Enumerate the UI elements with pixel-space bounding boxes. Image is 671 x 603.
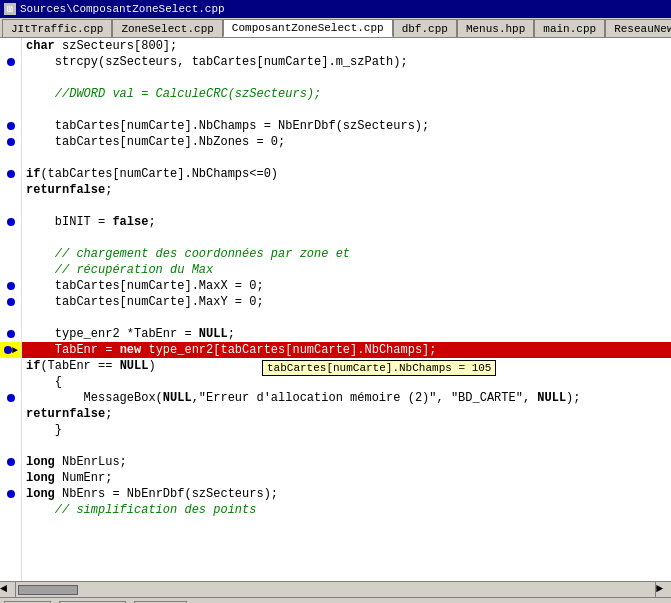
- breakpoint-dot: [7, 138, 15, 146]
- tab-2[interactable]: ComposantZoneSelect.cpp: [223, 19, 393, 37]
- gutter: ►: [0, 38, 22, 581]
- code-line: [22, 198, 671, 214]
- gutter-line: [0, 102, 21, 118]
- code-lines[interactable]: char szSecteurs[800]; strcpy(szSecteurs,…: [22, 38, 671, 581]
- hscroll-right-btn[interactable]: ►: [655, 581, 671, 597]
- code-line: tabCartes[numCarte].MaxY = 0;: [22, 294, 671, 310]
- hscroll-bar[interactable]: [16, 581, 655, 597]
- gutter-line: [0, 326, 21, 342]
- hscroll-thumb[interactable]: [18, 585, 78, 595]
- gutter-line: [0, 198, 21, 214]
- code-line: return false;: [22, 182, 671, 198]
- code-line: tabCartes[numCarte].NbZones = 0;: [22, 134, 671, 150]
- hscroll-left-btn[interactable]: ◄: [0, 581, 16, 597]
- gutter-line: ►: [0, 342, 21, 358]
- tab-4[interactable]: Menus.hpp: [457, 19, 534, 37]
- code-line: {: [22, 374, 671, 390]
- gutter-line: [0, 454, 21, 470]
- code-line: // simplification des points: [22, 502, 671, 518]
- code-line: [22, 438, 671, 454]
- code-line: [22, 150, 671, 166]
- code-line: strcpy(szSecteurs, tabCartes[numCarte].m…: [22, 54, 671, 70]
- breakpoint-dot: [7, 58, 15, 66]
- code-line: TabEnr = new type_enr2[tabCartes[numCart…: [22, 342, 671, 358]
- breakpoint-dot: [7, 218, 15, 226]
- breakpoint-dot: [7, 330, 15, 338]
- code-line: [22, 70, 671, 86]
- status-bar: 126 : 1 Modified Insert \ComposantZoneSe…: [0, 597, 671, 603]
- gutter-line: [0, 278, 21, 294]
- code-line: long NumEnr;: [22, 470, 671, 486]
- code-line: return false;: [22, 406, 671, 422]
- code-line: [22, 310, 671, 326]
- gutter-line: [0, 134, 21, 150]
- code-line: long NbEnrLus;: [22, 454, 671, 470]
- gutter-line: [0, 390, 21, 406]
- breakpoint-dot: [7, 170, 15, 178]
- tab-1[interactable]: ZoneSelect.cpp: [112, 19, 222, 37]
- code-line: }: [22, 422, 671, 438]
- breakpoint-dot: [7, 298, 15, 306]
- gutter-line: [0, 214, 21, 230]
- code-line: // récupération du Max: [22, 262, 671, 278]
- gutter-line: [0, 118, 21, 134]
- tab-5[interactable]: main.cpp: [534, 19, 605, 37]
- breakpoint-dot: [7, 458, 15, 466]
- code-line: bINIT = false;: [22, 214, 671, 230]
- code-line: // chargement des coordonnées par zone e…: [22, 246, 671, 262]
- tab-6[interactable]: ReseauNew.cpp: [605, 19, 671, 37]
- breakpoint-dot-current: [4, 346, 12, 354]
- code-line: type_enr2 *TabEnr = NULL;: [22, 326, 671, 342]
- bottom-bar: ◄ ►: [0, 581, 671, 597]
- code-line: long NbEnrs = NbEnrDbf(szSecteurs);: [22, 486, 671, 502]
- code-area: ► char szSecteurs[800]; strcpy(szSecteur…: [0, 38, 671, 581]
- gutter-line: [0, 246, 21, 262]
- code-line: tabCartes[numCarte].NbChamps = NbEnrDbf(…: [22, 118, 671, 134]
- code-line: MessageBox(NULL,"Erreur d'allocation mém…: [22, 390, 671, 406]
- code-line: //DWORD val = CalculeCRC(szSecteurs);: [22, 86, 671, 102]
- gutter-line: [0, 70, 21, 86]
- code-line: if(tabCartes[numCarte].NbChamps<=0): [22, 166, 671, 182]
- gutter-line: [0, 310, 21, 326]
- breakpoint-dot: [7, 122, 15, 130]
- gutter-line: [0, 358, 21, 374]
- code-line: tabCartes[numCarte].MaxX = 0;: [22, 278, 671, 294]
- gutter-line: [0, 422, 21, 438]
- code-line: [22, 230, 671, 246]
- gutter-line: [0, 182, 21, 198]
- gutter-line: [0, 166, 21, 182]
- tab-0[interactable]: JItTraffic.cpp: [2, 19, 112, 37]
- file-icon: 🗎: [4, 3, 16, 15]
- gutter-line: [0, 54, 21, 70]
- title-bar: 🗎 Sources\ComposantZoneSelect.cpp: [0, 0, 671, 18]
- title-text: Sources\ComposantZoneSelect.cpp: [20, 3, 225, 15]
- gutter-line: [0, 406, 21, 422]
- current-line-arrow: ►: [12, 345, 18, 356]
- gutter-line: [0, 38, 21, 54]
- breakpoint-dot: [7, 490, 15, 498]
- gutter-line: [0, 262, 21, 278]
- gutter-line: [0, 502, 21, 518]
- tab-bar: JItTraffic.cpp ZoneSelect.cpp ComposantZ…: [0, 18, 671, 38]
- gutter-line: [0, 86, 21, 102]
- gutter-line: [0, 150, 21, 166]
- breakpoint-dot: [7, 394, 15, 402]
- gutter-line: [0, 438, 21, 454]
- gutter-line: [0, 294, 21, 310]
- code-line: [22, 102, 671, 118]
- gutter-line: [0, 486, 21, 502]
- gutter-line: [0, 374, 21, 390]
- tab-3[interactable]: dbf.cpp: [393, 19, 457, 37]
- gutter-line: [0, 470, 21, 486]
- breakpoint-dot: [7, 282, 15, 290]
- code-line: char szSecteurs[800];: [22, 38, 671, 54]
- gutter-line: [0, 230, 21, 246]
- variable-tooltip: tabCartes[numCarte].NbChamps = 105: [262, 360, 496, 376]
